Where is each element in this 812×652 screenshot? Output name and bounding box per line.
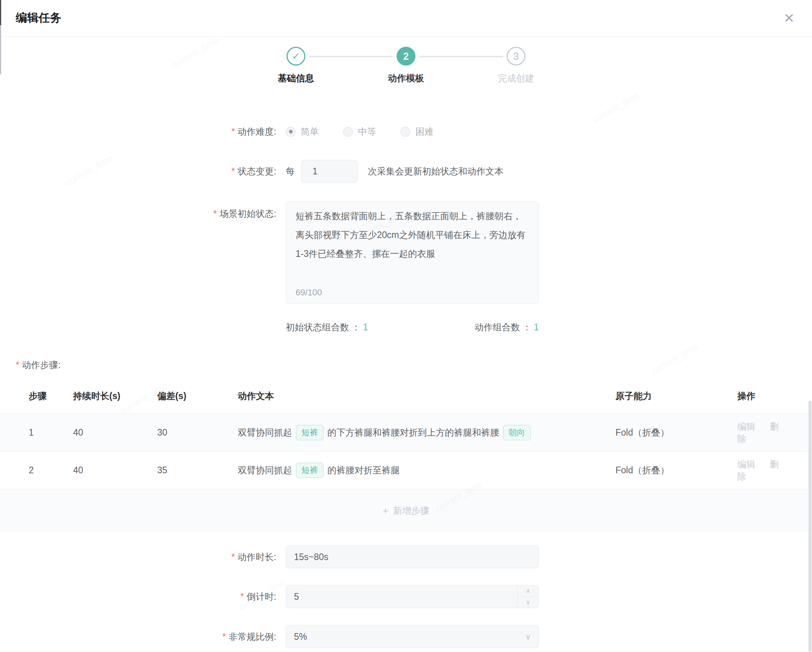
chevron-down-icon: ∨ bbox=[526, 599, 531, 606]
wizard-stepper: ✓ 基础信息 2 动作模板 3 完成创建 bbox=[241, 47, 571, 84]
watermark: current_time bbox=[170, 35, 221, 71]
step-complete-creation[interactable]: 3 完成创建 bbox=[461, 47, 571, 84]
required-asterisk: * bbox=[241, 592, 244, 602]
spinner-down-button[interactable]: ∨ bbox=[518, 597, 538, 608]
col-operation: 操作 bbox=[714, 390, 788, 402]
action-steps-table: 步骤 持续时长(s) 偏差(s) 动作文本 原子能力 操作 1 40 30 双臂… bbox=[0, 378, 812, 532]
step-label: 动作模板 bbox=[388, 72, 424, 84]
cell-step: 2 bbox=[29, 465, 73, 476]
scrollbar[interactable] bbox=[808, 401, 812, 652]
step-done-circle: ✓ bbox=[287, 47, 305, 66]
object-tag[interactable]: 短裤 bbox=[296, 425, 323, 440]
action-combo-count: 动作组合数 ：1 bbox=[475, 321, 539, 333]
duration-row: * 动作时长: bbox=[0, 546, 812, 568]
cell-deviation: 35 bbox=[157, 465, 238, 476]
cell-duration: 40 bbox=[73, 427, 157, 438]
dialog-header: 编辑任务 ✕ bbox=[0, 0, 812, 37]
cell-ability: Fold（折叠） bbox=[615, 464, 714, 476]
duration-label: * 动作时长: bbox=[0, 551, 276, 563]
cell-ability: Fold（折叠） bbox=[615, 427, 714, 439]
step-basic-info[interactable]: ✓ 基础信息 bbox=[241, 47, 351, 84]
initial-state-textarea[interactable]: 短裤五条数据背面朝上，五条数据正面朝上，裤腰朝右，离头部视野下方至少20cm之外… bbox=[286, 202, 538, 280]
radio-checked-icon bbox=[286, 127, 296, 137]
unusual-ratio-select[interactable]: ∨ bbox=[286, 625, 539, 648]
initial-state-label: * 场景初始状态: bbox=[0, 201, 276, 220]
required-asterisk: * bbox=[231, 126, 235, 137]
required-asterisk: * bbox=[231, 552, 235, 562]
required-asterisk: * bbox=[16, 360, 19, 370]
initial-combo-count: 初始状态组合数 ：1 bbox=[286, 321, 368, 333]
step-pending-circle: 3 bbox=[507, 47, 525, 66]
page-left-edge bbox=[0, 0, 1, 25]
required-asterisk: * bbox=[231, 166, 235, 177]
state-change-input[interactable] bbox=[301, 160, 358, 183]
difficulty-radio-group: 简单 中等 困难 bbox=[286, 126, 458, 138]
cell-action-text: 双臂协同抓起 短裤 的下方裤腿和裤腰对折到上方的裤腿和裤腰 朝向 bbox=[238, 425, 615, 440]
dialog-title: 编辑任务 bbox=[16, 10, 61, 26]
cell-action-text: 双臂协同抓起 短裤 的裤腰对折至裤腿 bbox=[238, 463, 615, 478]
step-label: 基础信息 bbox=[278, 72, 314, 84]
countdown-row: * 倒计时: ∧ ∨ bbox=[0, 585, 812, 608]
col-deviation: 偏差(s) bbox=[157, 390, 238, 402]
step-label: 完成创建 bbox=[498, 72, 534, 84]
col-action-text: 动作文本 bbox=[238, 390, 615, 402]
unusual-ratio-row: * 非常规比例: ∨ bbox=[0, 625, 812, 648]
unusual-ratio-value[interactable] bbox=[286, 625, 539, 648]
state-change-control: 每 次采集会更新初始状态和动作文本 bbox=[286, 160, 503, 183]
table-row: 1 40 30 双臂协同抓起 短裤 的下方裤腿和裤腰对折到上方的裤腿和裤腰 朝向… bbox=[0, 414, 812, 452]
char-counter: 69/100 bbox=[296, 288, 322, 298]
duration-input[interactable] bbox=[286, 546, 539, 568]
state-change-prefix: 每 bbox=[286, 165, 295, 178]
cell-operation: 编辑 删除 bbox=[714, 421, 788, 445]
chevron-down-icon: ∨ bbox=[525, 632, 531, 641]
required-asterisk: * bbox=[222, 632, 226, 642]
state-change-suffix: 次采集会更新初始状态和动作文本 bbox=[368, 165, 503, 178]
col-step: 步骤 bbox=[29, 390, 73, 402]
edit-link[interactable]: 编辑 bbox=[737, 459, 755, 469]
combo-counts-row: 初始状态组合数 ：1 动作组合数 ：1 bbox=[286, 321, 539, 333]
page-left-edge-shadow bbox=[0, 25, 1, 74]
action-combo-value[interactable]: 1 bbox=[534, 322, 539, 332]
unusual-ratio-label: * 非常规比例: bbox=[0, 631, 276, 643]
cell-operation: 编辑 删除 bbox=[714, 458, 788, 483]
object-tag[interactable]: 短裤 bbox=[296, 463, 323, 478]
cell-step: 1 bbox=[29, 427, 73, 438]
step-active-circle: 2 bbox=[397, 47, 415, 66]
state-change-row: * 状态变更: 每 次采集会更新初始状态和动作文本 bbox=[0, 160, 812, 183]
initial-state-textarea-box: 短裤五条数据背面朝上，五条数据正面朝上，裤腰朝右，离头部视野下方至少20cm之外… bbox=[286, 201, 539, 304]
radio-easy[interactable]: 简单 bbox=[286, 126, 319, 138]
col-ability: 原子能力 bbox=[615, 390, 714, 402]
watermark: current_time bbox=[590, 90, 641, 126]
orientation-tag[interactable]: 朝向 bbox=[503, 425, 531, 440]
edit-link[interactable]: 编辑 bbox=[737, 421, 755, 432]
add-step-button[interactable]: + 新增步骤 bbox=[0, 489, 812, 532]
initial-state-row: * 场景初始状态: 短裤五条数据背面朝上，五条数据正面朝上，裤腰朝右，离头部视野… bbox=[0, 201, 812, 304]
radio-medium[interactable]: 中等 bbox=[343, 126, 376, 138]
close-icon[interactable]: ✕ bbox=[784, 11, 795, 25]
radio-hard[interactable]: 困难 bbox=[400, 126, 434, 138]
action-steps-section-label: * 动作步骤: bbox=[16, 359, 812, 371]
plus-icon: + bbox=[383, 505, 389, 516]
cell-duration: 40 bbox=[73, 465, 157, 476]
col-duration: 持续时长(s) bbox=[73, 390, 157, 402]
chevron-up-icon: ∧ bbox=[526, 587, 531, 595]
table-header-row: 步骤 持续时长(s) 偏差(s) 动作文本 原子能力 操作 bbox=[0, 378, 812, 414]
table-row: 2 40 35 双臂协同抓起 短裤 的裤腰对折至裤腿 Fold（折叠） 编辑 删… bbox=[0, 452, 812, 489]
difficulty-label: * 动作难度: bbox=[0, 126, 276, 138]
initial-combo-value[interactable]: 1 bbox=[363, 322, 368, 332]
countdown-input[interactable] bbox=[286, 585, 539, 608]
radio-unchecked-icon bbox=[343, 127, 353, 137]
cell-deviation: 30 bbox=[157, 427, 238, 438]
difficulty-row: * 动作难度: 简单 中等 困难 bbox=[0, 125, 812, 138]
required-asterisk: * bbox=[213, 209, 217, 219]
check-icon: ✓ bbox=[292, 51, 300, 62]
step-action-template[interactable]: 2 动作模板 bbox=[351, 47, 461, 84]
countdown-label: * 倒计时: bbox=[0, 591, 276, 603]
state-change-label: * 状态变更: bbox=[0, 165, 276, 178]
radio-unchecked-icon bbox=[400, 127, 410, 137]
number-spinner: ∧ ∨ bbox=[517, 586, 538, 608]
spinner-up-button[interactable]: ∧ bbox=[518, 586, 538, 597]
